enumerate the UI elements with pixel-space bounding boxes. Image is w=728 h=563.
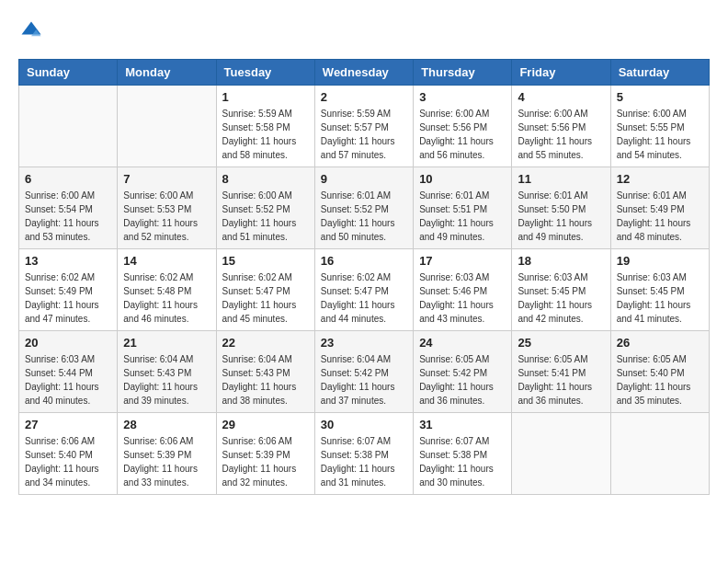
calendar-cell: 12Sunrise: 6:01 AM Sunset: 5:49 PM Dayli… bbox=[610, 167, 709, 249]
day-info: Sunrise: 6:02 AM Sunset: 5:48 PM Dayligh… bbox=[123, 270, 210, 326]
day-number: 3 bbox=[419, 90, 506, 104]
calendar-cell: 26Sunrise: 6:05 AM Sunset: 5:40 PM Dayli… bbox=[610, 331, 709, 413]
calendar-header-row: SundayMondayTuesdayWednesdayThursdayFrid… bbox=[19, 60, 710, 86]
day-info: Sunrise: 6:04 AM Sunset: 5:43 PM Dayligh… bbox=[123, 352, 210, 408]
day-number: 6 bbox=[25, 172, 111, 186]
calendar-cell bbox=[118, 86, 216, 167]
day-info: Sunrise: 6:01 AM Sunset: 5:51 PM Dayligh… bbox=[419, 189, 506, 244]
day-info: Sunrise: 6:06 AM Sunset: 5:39 PM Dayligh… bbox=[123, 434, 210, 489]
day-number: 20 bbox=[25, 336, 111, 350]
day-number: 8 bbox=[222, 172, 309, 186]
day-number: 4 bbox=[518, 90, 604, 104]
day-info: Sunrise: 5:59 AM Sunset: 5:58 PM Dayligh… bbox=[222, 107, 309, 162]
day-info: Sunrise: 6:07 AM Sunset: 5:38 PM Dayligh… bbox=[419, 434, 506, 489]
day-info: Sunrise: 6:05 AM Sunset: 5:42 PM Dayligh… bbox=[419, 352, 506, 408]
day-number: 12 bbox=[617, 172, 703, 186]
day-info: Sunrise: 6:07 AM Sunset: 5:38 PM Dayligh… bbox=[321, 434, 407, 489]
day-number: 19 bbox=[617, 254, 703, 268]
day-number: 7 bbox=[123, 172, 210, 186]
day-info: Sunrise: 6:03 AM Sunset: 5:45 PM Dayligh… bbox=[617, 270, 703, 326]
calendar-cell: 3Sunrise: 6:00 AM Sunset: 5:56 PM Daylig… bbox=[414, 86, 512, 167]
day-number: 14 bbox=[123, 254, 210, 268]
day-info: Sunrise: 6:05 AM Sunset: 5:40 PM Dayligh… bbox=[617, 352, 703, 408]
day-info: Sunrise: 6:03 AM Sunset: 5:44 PM Dayligh… bbox=[25, 352, 111, 408]
day-number: 30 bbox=[321, 418, 407, 431]
page-header bbox=[18, 18, 710, 44]
calendar-cell: 20Sunrise: 6:03 AM Sunset: 5:44 PM Dayli… bbox=[19, 331, 118, 413]
calendar-cell: 9Sunrise: 6:01 AM Sunset: 5:52 PM Daylig… bbox=[314, 167, 413, 249]
calendar-week-row: 13Sunrise: 6:02 AM Sunset: 5:49 PM Dayli… bbox=[19, 249, 710, 331]
calendar-cell: 22Sunrise: 6:04 AM Sunset: 5:43 PM Dayli… bbox=[216, 331, 314, 413]
day-info: Sunrise: 6:01 AM Sunset: 5:50 PM Dayligh… bbox=[518, 189, 604, 244]
calendar-week-row: 27Sunrise: 6:06 AM Sunset: 5:40 PM Dayli… bbox=[19, 413, 710, 495]
day-number: 23 bbox=[321, 336, 407, 350]
calendar-cell: 8Sunrise: 6:00 AM Sunset: 5:52 PM Daylig… bbox=[216, 167, 314, 249]
day-number: 5 bbox=[617, 90, 703, 104]
calendar-cell: 10Sunrise: 6:01 AM Sunset: 5:51 PM Dayli… bbox=[414, 167, 512, 249]
day-number: 1 bbox=[222, 90, 309, 104]
day-info: Sunrise: 6:05 AM Sunset: 5:41 PM Dayligh… bbox=[518, 352, 604, 408]
calendar-cell: 30Sunrise: 6:07 AM Sunset: 5:38 PM Dayli… bbox=[314, 413, 413, 495]
calendar-cell bbox=[512, 413, 610, 495]
calendar-cell: 27Sunrise: 6:06 AM Sunset: 5:40 PM Dayli… bbox=[19, 413, 118, 495]
day-info: Sunrise: 6:00 AM Sunset: 5:53 PM Dayligh… bbox=[123, 189, 210, 244]
day-info: Sunrise: 6:02 AM Sunset: 5:49 PM Dayligh… bbox=[25, 270, 111, 326]
calendar-week-row: 20Sunrise: 6:03 AM Sunset: 5:44 PM Dayli… bbox=[19, 331, 710, 413]
day-number: 2 bbox=[321, 90, 407, 104]
day-number: 15 bbox=[222, 254, 309, 268]
calendar-cell: 7Sunrise: 6:00 AM Sunset: 5:53 PM Daylig… bbox=[118, 167, 216, 249]
day-number: 10 bbox=[419, 172, 506, 186]
day-info: Sunrise: 6:06 AM Sunset: 5:40 PM Dayligh… bbox=[25, 434, 111, 489]
day-number: 16 bbox=[321, 254, 407, 268]
calendar-cell bbox=[610, 413, 709, 495]
calendar-cell: 21Sunrise: 6:04 AM Sunset: 5:43 PM Dayli… bbox=[118, 331, 216, 413]
day-number: 26 bbox=[617, 336, 703, 350]
day-of-week-header: Friday bbox=[512, 60, 610, 86]
day-info: Sunrise: 6:04 AM Sunset: 5:42 PM Dayligh… bbox=[321, 352, 407, 408]
day-number: 29 bbox=[222, 418, 309, 431]
day-of-week-header: Monday bbox=[118, 60, 216, 86]
day-info: Sunrise: 6:00 AM Sunset: 5:56 PM Dayligh… bbox=[419, 107, 506, 162]
day-info: Sunrise: 6:04 AM Sunset: 5:43 PM Dayligh… bbox=[222, 352, 309, 408]
day-info: Sunrise: 6:03 AM Sunset: 5:46 PM Dayligh… bbox=[419, 270, 506, 326]
day-info: Sunrise: 6:00 AM Sunset: 5:52 PM Dayligh… bbox=[222, 189, 309, 244]
day-number: 31 bbox=[419, 418, 506, 431]
calendar-cell: 2Sunrise: 5:59 AM Sunset: 5:57 PM Daylig… bbox=[314, 86, 413, 167]
day-of-week-header: Sunday bbox=[19, 60, 118, 86]
day-number: 9 bbox=[321, 172, 407, 186]
calendar-cell: 13Sunrise: 6:02 AM Sunset: 5:49 PM Dayli… bbox=[19, 249, 118, 331]
day-number: 13 bbox=[25, 254, 111, 268]
day-number: 21 bbox=[123, 336, 210, 350]
calendar-cell: 31Sunrise: 6:07 AM Sunset: 5:38 PM Dayli… bbox=[414, 413, 512, 495]
day-info: Sunrise: 6:03 AM Sunset: 5:45 PM Dayligh… bbox=[518, 270, 604, 326]
calendar-cell: 18Sunrise: 6:03 AM Sunset: 5:45 PM Dayli… bbox=[512, 249, 610, 331]
day-info: Sunrise: 6:00 AM Sunset: 5:56 PM Dayligh… bbox=[518, 107, 604, 162]
day-info: Sunrise: 6:06 AM Sunset: 5:39 PM Dayligh… bbox=[222, 434, 309, 489]
day-info: Sunrise: 6:02 AM Sunset: 5:47 PM Dayligh… bbox=[222, 270, 309, 326]
day-info: Sunrise: 6:02 AM Sunset: 5:47 PM Dayligh… bbox=[321, 270, 407, 326]
logo bbox=[18, 18, 48, 44]
day-info: Sunrise: 6:00 AM Sunset: 5:54 PM Dayligh… bbox=[25, 189, 111, 244]
day-info: Sunrise: 5:59 AM Sunset: 5:57 PM Dayligh… bbox=[321, 107, 407, 162]
calendar-cell: 28Sunrise: 6:06 AM Sunset: 5:39 PM Dayli… bbox=[118, 413, 216, 495]
calendar-cell: 4Sunrise: 6:00 AM Sunset: 5:56 PM Daylig… bbox=[512, 86, 610, 167]
calendar-cell: 1Sunrise: 5:59 AM Sunset: 5:58 PM Daylig… bbox=[216, 86, 314, 167]
calendar-cell: 24Sunrise: 6:05 AM Sunset: 5:42 PM Dayli… bbox=[414, 331, 512, 413]
calendar-table: SundayMondayTuesdayWednesdayThursdayFrid… bbox=[18, 59, 710, 495]
day-info: Sunrise: 6:00 AM Sunset: 5:55 PM Dayligh… bbox=[617, 107, 703, 162]
calendar-cell: 5Sunrise: 6:00 AM Sunset: 5:55 PM Daylig… bbox=[610, 86, 709, 167]
calendar-cell: 25Sunrise: 6:05 AM Sunset: 5:41 PM Dayli… bbox=[512, 331, 610, 413]
day-of-week-header: Wednesday bbox=[314, 60, 413, 86]
day-number: 17 bbox=[419, 254, 506, 268]
day-number: 11 bbox=[518, 172, 604, 186]
day-info: Sunrise: 6:01 AM Sunset: 5:49 PM Dayligh… bbox=[617, 189, 703, 244]
calendar-cell: 16Sunrise: 6:02 AM Sunset: 5:47 PM Dayli… bbox=[314, 249, 413, 331]
calendar-cell: 19Sunrise: 6:03 AM Sunset: 5:45 PM Dayli… bbox=[610, 249, 709, 331]
logo-icon bbox=[18, 18, 44, 44]
calendar-cell: 23Sunrise: 6:04 AM Sunset: 5:42 PM Dayli… bbox=[314, 331, 413, 413]
day-number: 22 bbox=[222, 336, 309, 350]
calendar-cell: 14Sunrise: 6:02 AM Sunset: 5:48 PM Dayli… bbox=[118, 249, 216, 331]
day-number: 24 bbox=[419, 336, 506, 350]
day-number: 28 bbox=[123, 418, 210, 431]
calendar-cell: 17Sunrise: 6:03 AM Sunset: 5:46 PM Dayli… bbox=[414, 249, 512, 331]
